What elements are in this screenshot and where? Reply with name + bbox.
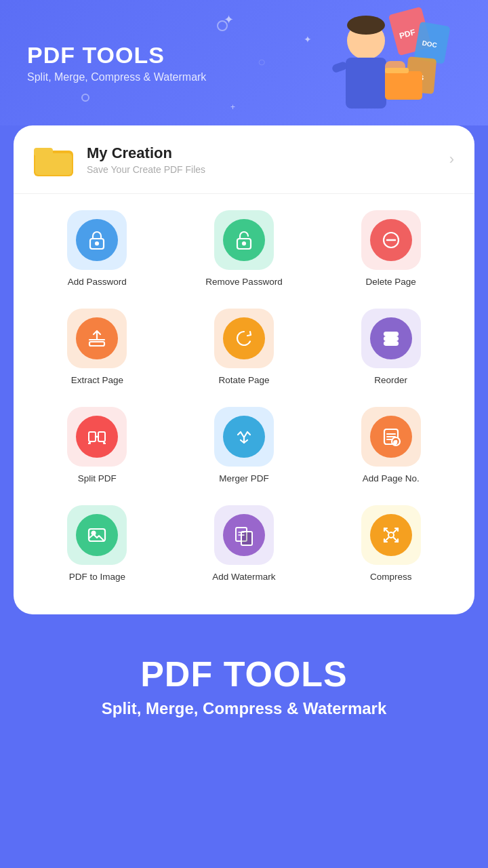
- split-pdf-bg: [67, 407, 127, 467]
- merger-pdf-label: Merger PDF: [219, 473, 269, 484]
- delete-page-circle: [370, 219, 412, 261]
- rotate-icon: [232, 327, 256, 350]
- add-watermark-label: Add Watermark: [212, 572, 275, 582]
- split-pdf-label: Split PDF: [78, 473, 117, 484]
- reorder-icon: [380, 327, 403, 350]
- svg-rect-22: [89, 342, 104, 346]
- lock-open-icon: [232, 229, 256, 252]
- rotate-page-bg: [214, 309, 274, 368]
- svg-rect-26: [384, 342, 398, 345]
- tool-extract-page[interactable]: Extract Page: [24, 299, 171, 397]
- star-decoration-3: +: [230, 102, 235, 112]
- add-page-no-circle: #: [370, 416, 412, 458]
- merger-pdf-bg: [214, 407, 274, 467]
- delete-page-bg: [361, 210, 421, 270]
- header-title: PDF TOOLS: [27, 42, 206, 68]
- split-pdf-circle: [76, 416, 118, 458]
- svg-rect-7: [346, 58, 386, 108]
- minus-circle-icon: [380, 229, 403, 252]
- remove-password-circle: [223, 219, 265, 261]
- svg-rect-27: [89, 432, 96, 441]
- compress-bg: [361, 505, 421, 565]
- add-watermark-bg: [214, 505, 274, 565]
- svg-point-12: [347, 16, 385, 35]
- tool-add-page-no[interactable]: # Add Page No.: [317, 397, 464, 496]
- header-illustration: PDF DOC XLS: [312, 3, 474, 122]
- compress-label: Compress: [370, 572, 412, 582]
- svg-point-17: [96, 242, 98, 245]
- tool-rotate-page[interactable]: Rotate Page: [171, 299, 318, 397]
- tool-delete-page[interactable]: Delete Page: [317, 201, 464, 299]
- chevron-right-icon: ›: [449, 151, 454, 168]
- add-password-label: Add Password: [68, 277, 127, 287]
- watermark-icon: [232, 524, 256, 547]
- merge-icon: [232, 425, 256, 448]
- extract-page-label: Extract Page: [71, 375, 123, 385]
- tool-split-pdf[interactable]: Split PDF: [24, 397, 171, 496]
- header-banner: ✦ ✦ + ○ PDF TOOLS Split, Merge, Compress…: [0, 0, 488, 125]
- add-page-no-bg: #: [361, 407, 421, 467]
- bottom-section: PDF TOOLS Split, Merge, Compress & Water…: [0, 628, 488, 759]
- upload-tray-icon: [85, 327, 108, 350]
- svg-text:#: #: [394, 439, 397, 446]
- rotate-page-circle: [223, 317, 265, 359]
- tool-pdf-to-image[interactable]: PDF to Image: [24, 496, 171, 594]
- pdf-to-image-circle: [76, 514, 118, 556]
- remove-password-bg: [214, 210, 274, 270]
- compress-icon: [380, 524, 403, 547]
- add-page-no-label: Add Page No.: [363, 473, 420, 484]
- tools-grid: Add Password Remove Password: [14, 194, 474, 594]
- reorder-label: Reorder: [374, 375, 407, 385]
- bottom-title: PDF TOOLS: [20, 655, 468, 694]
- page-number-icon: #: [380, 425, 403, 448]
- tool-reorder[interactable]: Reorder: [317, 299, 464, 397]
- add-watermark-circle: [223, 514, 265, 556]
- pdf-to-image-bg: [67, 505, 127, 565]
- star-decoration-2: ✦: [304, 34, 312, 45]
- add-password-circle: [76, 219, 118, 261]
- compress-circle: [370, 514, 412, 556]
- tool-compress[interactable]: Compress: [317, 496, 464, 594]
- circle-decoration: ○: [258, 54, 266, 70]
- tool-remove-password[interactable]: Remove Password: [171, 201, 318, 299]
- svg-rect-10: [385, 71, 422, 100]
- pdf-to-image-label: PDF to Image: [69, 572, 125, 582]
- svg-point-41: [388, 532, 394, 538]
- bottom-subtitle: Split, Merge, Compress & Watermark: [20, 699, 468, 718]
- svg-rect-11: [385, 68, 409, 73]
- svg-rect-25: [384, 337, 398, 340]
- svg-rect-8: [331, 61, 348, 74]
- folder-icon: [34, 142, 75, 176]
- extract-page-circle: [76, 317, 118, 359]
- header-text-block: PDF TOOLS Split, Merge, Compress & Water…: [27, 42, 206, 83]
- tool-add-password[interactable]: Add Password: [24, 201, 171, 299]
- add-password-bg: [67, 210, 127, 270]
- rotate-page-label: Rotate Page: [218, 375, 269, 385]
- svg-point-19: [243, 242, 245, 245]
- split-icon: [85, 425, 108, 448]
- tool-merger-pdf[interactable]: Merger PDF: [171, 397, 318, 496]
- my-creation-title: My Creation: [87, 144, 449, 162]
- remove-password-label: Remove Password: [205, 277, 282, 287]
- my-creation-text: My Creation Save Your Create PDF Files: [87, 144, 449, 175]
- my-creation-row[interactable]: My Creation Save Your Create PDF Files ›: [14, 125, 474, 194]
- header-subtitle: Split, Merge, Compress & Watermark: [27, 71, 206, 83]
- star-decoration-1: ✦: [224, 12, 234, 27]
- main-card: My Creation Save Your Create PDF Files ›…: [14, 125, 474, 614]
- svg-rect-28: [98, 432, 105, 441]
- lock-plus-icon: [85, 229, 108, 252]
- reorder-bg: [361, 309, 421, 368]
- extract-page-bg: [67, 309, 127, 368]
- reorder-circle: [370, 317, 412, 359]
- svg-rect-24: [384, 332, 398, 336]
- svg-rect-38: [241, 532, 252, 545]
- svg-rect-15: [35, 153, 72, 175]
- my-creation-subtitle: Save Your Create PDF Files: [87, 164, 449, 175]
- merger-pdf-circle: [223, 416, 265, 458]
- delete-page-label: Delete Page: [366, 277, 416, 287]
- image-icon: [85, 524, 108, 547]
- tool-add-watermark[interactable]: Add Watermark: [171, 496, 318, 594]
